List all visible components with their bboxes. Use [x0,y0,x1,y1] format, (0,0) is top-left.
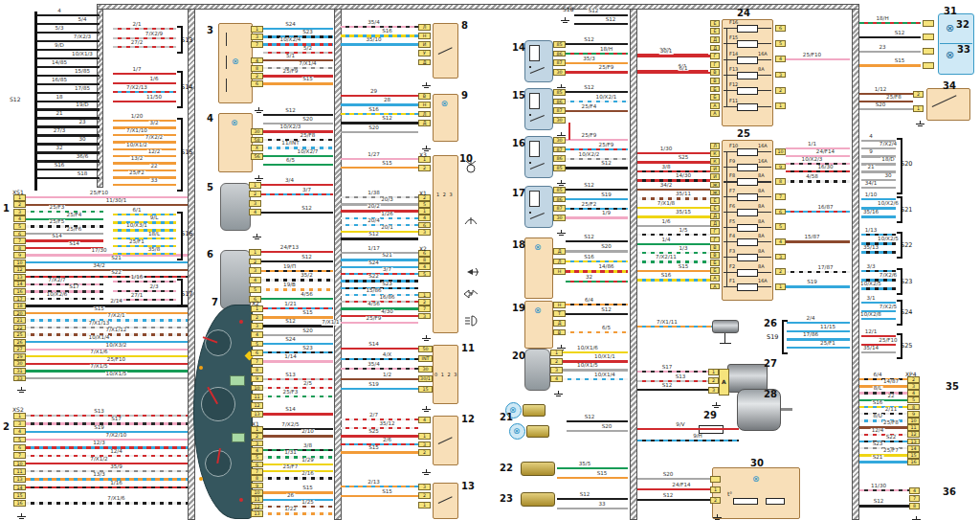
device-20-body [524,349,550,391]
fuse-F5 [737,224,758,232]
wire-label: 13/3 [92,472,106,478]
wire-label: 10/X1/5 [576,363,599,369]
wire [263,307,333,309]
pin: 86 [553,155,566,162]
pin: 6 [13,444,26,451]
wire-label: 1/7 [131,67,142,73]
wire [637,72,710,74]
pin: 5 [251,341,263,348]
fuse-name: F4 [729,233,735,238]
wire [113,120,176,122]
wire [26,305,188,306]
wire-label: S12 [583,235,595,240]
wire-label: 7/X1/8 [657,201,676,207]
wire-label: 16/85 [51,78,68,83]
wire-label: 16/30 [816,165,834,170]
wire-label: 7/X2/2 [145,135,164,141]
fuse-amp: 16A [758,158,768,164]
pin: 87 [553,147,566,153]
wire-label: 15/86 [365,288,382,294]
fuse-F10 [737,148,758,156]
relay-coil-icon [529,45,540,61]
pin: Н [418,33,431,39]
wire [557,477,628,479]
wire-label: 13/2 [130,156,145,162]
wire-label: S22 [110,270,122,276]
splice-name: S21 [901,206,912,214]
pin: Б [710,267,720,274]
pin: 1 [249,249,261,256]
wire-label: S22 [885,435,898,441]
wire-label: S12 [301,255,313,260]
wire-label: 24/F14 [815,149,835,155]
wire-label: S12 [662,493,675,499]
pin: 16 [907,459,920,465]
fuse-amp: 8A [758,233,765,238]
pin: 3 [251,34,263,40]
wire [261,260,333,262]
wire [861,318,896,320]
wire-label: S21 [872,455,884,461]
pin: 4 [251,447,263,454]
pin: 1 [550,350,563,356]
wire [37,177,100,179]
wire-label: 1/16 [130,275,145,281]
wire-label: 25/F2 [128,170,145,176]
wire [341,378,418,380]
telltale-dot [199,366,203,370]
pin: 87 [553,59,566,66]
connector-name: S18 [563,6,573,12]
wire [341,158,418,160]
wire [263,52,333,54]
pin: 6 [251,350,263,356]
wire-label: 32 [585,275,593,281]
wire [861,187,896,189]
pin: 9 [13,252,26,259]
wire-label: 2/16 [301,471,315,477]
wire [341,368,418,370]
wire-label: 1/6 [660,219,671,225]
wire [637,55,710,57]
pin: 6 [775,209,786,215]
wire-label: S16 [54,163,66,169]
pin: 3 [249,267,261,274]
wire [861,251,896,253]
splice-name: S23 [901,278,912,285]
pin: 85 [553,187,566,193]
pin: 5 [13,437,26,443]
wire [263,449,333,451]
pin: Д [553,320,566,327]
relay-coil-icon [529,93,540,109]
wire-label: 5/4 [77,17,87,23]
pin: 14 [13,485,26,491]
lamp-icon: ⊗ [441,100,449,108]
wire-label: S19 [368,382,380,388]
pin: 3 [13,209,26,215]
component-number: 23 [500,493,513,504]
wire [786,58,850,60]
fuse-name: F11 [729,98,738,103]
pin: Г [710,53,720,59]
lamp-icon: ⊗ [534,306,542,315]
wire-label: 7/X2/6 [879,273,898,279]
wire-label: 25/F6 [66,227,83,233]
wire-label: S20 [662,472,675,478]
lamp-socket-21a [523,404,546,417]
wire-label: 24/F14 [671,483,691,488]
splice-name: S22 [901,241,912,249]
pin: 2 [251,73,263,79]
wire-label: S12 [381,116,393,122]
wire-label: 7/X2/11 [655,255,678,260]
wire-label: 7/X2/10 [105,433,128,439]
wire-label: 10/X3/1 [125,223,148,229]
sensor-23-body [521,492,555,507]
wire-label: 14/85 [51,60,68,66]
wire-label: 25/F9 [366,316,383,322]
fuse-F15 [737,40,758,48]
pin: 4 [251,57,263,64]
wire [261,251,333,253]
odometer-lcd [230,375,245,386]
wire-label: 5/3 [54,26,64,32]
wire [263,470,333,472]
lamp-socket-pin [923,48,934,55]
